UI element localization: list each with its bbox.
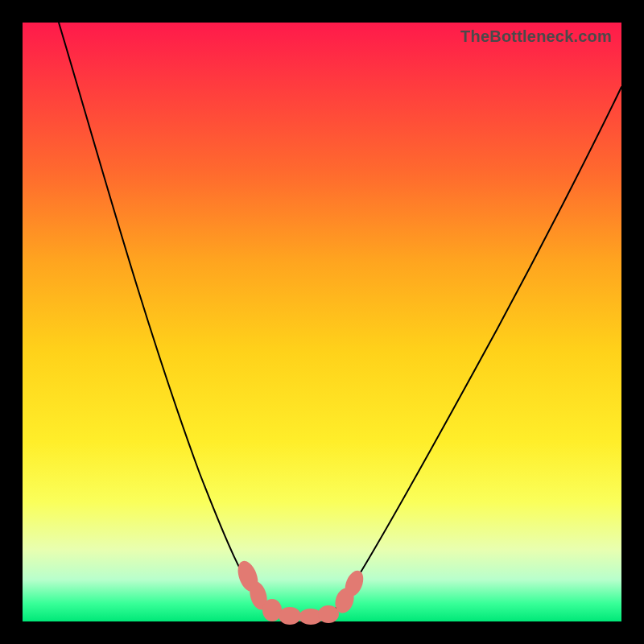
plot-area: TheBottleneck.com: [23, 23, 621, 621]
chart-frame: TheBottleneck.com: [0, 0, 644, 644]
marker-blob: [279, 607, 301, 625]
marker-blob: [262, 599, 282, 621]
bottleneck-curve: [59, 23, 621, 617]
optimal-zone-markers: [234, 558, 367, 625]
curve-layer: [23, 23, 621, 621]
marker-blob: [318, 605, 339, 623]
